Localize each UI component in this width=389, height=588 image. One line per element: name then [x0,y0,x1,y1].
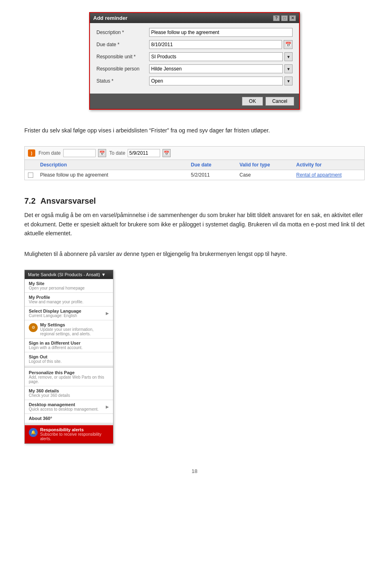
add-reminder-dialog: Add reminder ? □ ✕ Description * Due dat… [89,12,300,110]
page-number: 18 [24,468,365,474]
frister-table: ) From date 📅 To date 📅 Description Due … [24,146,365,180]
responsible-unit-field: ▼ [149,52,293,61]
menu-item-sign-out[interactable]: Sign Out Logout of this site. [25,352,113,366]
dialog-titlebar-controls: ? □ ✕ [273,15,296,21]
status-input[interactable] [149,77,283,85]
dialog-help-button[interactable]: ? [273,15,280,21]
menu-screenshot: Marte Sandvik (SI Products - Ansatt) ▼ M… [24,270,113,444]
row-checkbox-cell [28,172,40,178]
responsible-unit-dropdown-button[interactable]: ▼ [284,52,293,61]
language-arrow-icon: ▶ [106,311,109,315]
due-date-field: 📅 [149,40,293,49]
from-date-input[interactable] [63,149,96,157]
section-text-1: Det er også mulig å be om en varsel/påmi… [24,211,365,238]
description-input[interactable] [149,28,293,37]
frister-column-headers: Description Due date Valid for type Acti… [25,160,364,170]
cancel-button[interactable]: Cancel [265,97,294,106]
menu-item-about-360[interactable]: About 360° [25,414,113,423]
due-date-input[interactable] [149,40,282,49]
responsible-unit-label: Responsible unit * [96,54,149,60]
dialog-titlebar: Add reminder ? □ ✕ [90,13,299,23]
table-row: Please follow up the agreement 5/2/2011 … [25,170,364,180]
dialog-body: Description * Due date * 📅 Responsible u… [90,23,299,94]
due-date-row: Due date * 📅 [96,40,293,49]
responsible-person-input[interactable] [149,64,283,73]
dialog-close-button[interactable]: ✕ [289,15,296,21]
from-date-section: From date 📅 [38,149,106,157]
responsible-person-row: Responsible person ▼ [96,64,293,73]
body-text-frister: Frister du selv skal følge opp vises i a… [24,126,365,135]
col-checkbox [28,162,40,168]
menu-divider-2 [25,424,113,424]
menu-item-desktop-management[interactable]: Desktop management Quick access to deskt… [25,400,113,414]
status-field: ▼ [149,77,293,85]
section-heading: 7.2Ansvarsvarsel [24,196,365,206]
row-description: Please follow up the agreement [40,172,191,178]
ok-button[interactable]: OK [242,97,263,106]
from-date-label: From date [38,150,61,156]
col-description: Description [40,162,191,168]
section-title: Ansvarsvarsel [41,196,96,205]
section-number: 7.2 [24,196,36,205]
to-date-label: To date [109,150,125,156]
status-label: Status * [96,78,149,84]
dialog-title: Add reminder [93,15,128,21]
row-activity-for[interactable]: Rental of appartment [296,172,361,178]
to-date-calendar-button[interactable]: 📅 [162,149,171,157]
due-date-calendar-button[interactable]: 📅 [284,40,293,49]
rss-icon: ) [28,149,35,157]
col-due-date: Due date [191,162,239,168]
menu-item-display-language[interactable]: Select Display Language Current Language… [25,307,113,320]
due-date-label: Due date * [96,42,149,47]
menu-item-my-360-details[interactable]: My 360 details Check your 360 details [25,386,113,400]
menu-item-responsibility-alerts[interactable]: 🔔 Responsibility alerts Subscribe to rec… [25,425,113,443]
dialog-footer: OK Cancel [90,94,299,109]
dialog-minimize-button[interactable]: □ [281,15,288,21]
menu-item-sign-in-different[interactable]: Sign in as Different User Login with a d… [25,339,113,352]
col-activity-for: Activity for [296,162,361,168]
menu-item-my-site[interactable]: My Site Open your personal homepage [25,279,113,293]
to-date-section: To date 📅 [109,149,171,157]
col-valid-for-type: Valid for type [239,162,296,168]
settings-icon: ⚙ [29,323,38,332]
responsible-person-dropdown-button[interactable]: ▼ [284,64,293,73]
section-text-2: Muligheten til å abonnere på varsler av … [24,249,365,258]
menu-top-bar[interactable]: Marte Sandvik (SI Products - Ansatt) ▼ [25,270,113,279]
status-dropdown-button[interactable]: ▼ [284,77,293,85]
row-valid-for-type: Case [239,172,296,178]
responsibility-icon: 🔔 [29,428,38,437]
responsible-person-label: Responsible person [96,66,149,72]
menu-top-bar-label: Marte Sandvik (SI Products - Ansatt) ▼ [28,272,106,277]
description-field [149,28,293,37]
responsible-unit-input[interactable] [149,52,283,61]
row-checkbox[interactable] [28,173,33,178]
to-date-input[interactable] [128,149,160,157]
description-label: Description * [96,30,149,35]
menu-item-my-settings[interactable]: ⚙ My Settings Update your user informati… [25,320,113,339]
from-date-calendar-button[interactable]: 📅 [98,149,106,157]
menu-item-personalize[interactable]: Personalize this Page Add, remove, or up… [25,368,113,386]
description-row: Description * [96,28,293,37]
menu-item-my-profile[interactable]: My Profile View and manage your profile. [25,293,113,307]
menu-screenshot-wrapper: Marte Sandvik (SI Products - Ansatt) ▼ M… [24,270,365,444]
responsible-unit-row: Responsible unit * ▼ [96,52,293,61]
frister-header-row: ) From date 📅 To date 📅 [25,147,364,160]
dialog-wrapper: Add reminder ? □ ✕ Description * Due dat… [24,12,365,110]
responsible-person-field: ▼ [149,64,293,73]
desktop-arrow-icon: ▶ [106,405,109,409]
row-due-date: 5/2/2011 [191,172,239,178]
status-row: Status * ▼ [96,77,293,85]
menu-divider [25,367,113,367]
